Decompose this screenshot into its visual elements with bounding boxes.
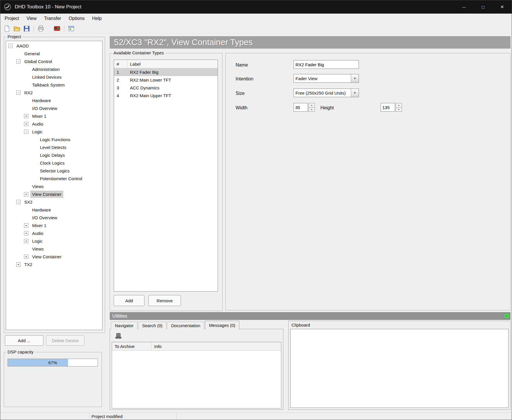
expand-icon[interactable]: +: [24, 255, 28, 259]
expand-icon[interactable]: +: [24, 192, 28, 196]
tree-item-mixer-1[interactable]: +Mixer 1: [6, 112, 102, 120]
container-types-list-header: # Label: [114, 60, 218, 68]
collapse-icon[interactable]: −: [16, 200, 21, 204]
container-type-row-rx2-main-upper-tft[interactable]: 4RX2 Main Upper TFT: [114, 92, 218, 100]
tab-documentation[interactable]: Documentation: [167, 322, 204, 329]
tree-item-administration[interactable]: Administration: [6, 65, 102, 73]
collapse-icon[interactable]: −: [24, 130, 28, 134]
tree-item-talkback-system[interactable]: Talkback System: [6, 81, 102, 89]
container-type-row-rx2-fader-big[interactable]: 1RX2 Fader Big: [114, 68, 218, 76]
expand-icon[interactable]: +: [24, 223, 28, 228]
transfer-button[interactable]: [52, 24, 62, 33]
tree-item-label: TX2: [23, 261, 34, 268]
tree-item-logic-delays[interactable]: Logic Delays: [6, 151, 102, 159]
add-container-button[interactable]: Add: [114, 295, 144, 306]
spin-down-icon[interactable]: ▼: [396, 107, 402, 112]
tree-item-label: Hardware: [31, 207, 52, 213]
container-type-row-acc-dynamics[interactable]: 3ACC Dynamics: [114, 84, 218, 92]
tree-item-clock-logics[interactable]: Clock Logics: [6, 159, 102, 167]
tree-item-hardware[interactable]: Hardware: [6, 97, 102, 104]
minimize-button[interactable]: ─: [454, 0, 474, 14]
new-document-button[interactable]: [2, 24, 12, 33]
tree-item-general[interactable]: General: [6, 50, 102, 58]
tab-search-0[interactable]: Search (0): [138, 322, 166, 329]
tree-item-view-container[interactable]: +View Container: [6, 253, 102, 261]
tree-item-i-o-overview[interactable]: I/O Overview: [6, 214, 102, 222]
chevron-down-icon[interactable]: ▼: [351, 89, 359, 97]
utilities-toggle-icon[interactable]: [504, 314, 509, 318]
name-input[interactable]: [293, 60, 359, 69]
remove-container-button[interactable]: Remove: [148, 295, 181, 306]
expand-icon[interactable]: +: [24, 239, 28, 243]
tree-item-logic-functions[interactable]: Logic Functions: [6, 136, 102, 143]
spin-down-icon[interactable]: ▼: [309, 107, 315, 112]
column-header-to-archive[interactable]: To Archive: [112, 342, 152, 350]
menu-help[interactable]: Help: [88, 14, 105, 23]
menu-view[interactable]: View: [23, 14, 40, 23]
width-input[interactable]: [293, 103, 308, 112]
print-button[interactable]: [36, 24, 46, 33]
chevron-down-icon[interactable]: ▼: [351, 74, 359, 82]
add-device-button[interactable]: Add ...: [5, 335, 43, 346]
menu-options[interactable]: Options: [65, 14, 88, 23]
tree-item-hardware[interactable]: Hardware: [6, 206, 102, 214]
tree-item-label: Level Detects: [38, 144, 68, 150]
tree-item-mixer-1[interactable]: +Mixer 1: [6, 222, 102, 229]
maximize-button[interactable]: □: [474, 0, 493, 14]
tree-item-sx2[interactable]: −SX2: [6, 198, 102, 206]
height-spin-buttons: ▲ ▼: [396, 103, 402, 112]
menu-project[interactable]: Project: [1, 14, 23, 23]
tree-item-aaod[interactable]: −AAOD: [6, 42, 102, 50]
open-project-button[interactable]: [12, 24, 22, 33]
spin-up-icon[interactable]: ▲: [396, 103, 402, 108]
collapse-icon[interactable]: −: [8, 44, 13, 48]
tree-item-level-detects[interactable]: Level Detects: [6, 143, 102, 151]
tree-item-logic[interactable]: −Logic: [6, 128, 102, 136]
tree-item-rx2[interactable]: −RX2: [6, 89, 102, 97]
expand-icon[interactable]: +: [24, 122, 28, 126]
container-type-row-rx2-main-lower-tft[interactable]: 2RX2 Main Lower TFT: [114, 76, 218, 84]
tree-item-label: Views: [31, 183, 45, 189]
close-button[interactable]: ✕: [493, 0, 512, 14]
expand-icon[interactable]: +: [16, 262, 21, 267]
tree-item-label: I/O Overview: [31, 105, 59, 111]
column-header-info[interactable]: Info: [152, 344, 281, 349]
tree-item-view-container[interactable]: +View Container: [6, 190, 102, 198]
collapse-icon[interactable]: −: [16, 91, 21, 95]
menu-transfer[interactable]: Transfer: [40, 14, 65, 23]
tree-item-audio[interactable]: +Audio: [6, 120, 102, 128]
expand-icon[interactable]: +: [24, 114, 28, 118]
tab-messages-0[interactable]: Messages (0): [205, 321, 239, 329]
tab-navigator[interactable]: Navigator: [111, 322, 137, 329]
collapse-icon[interactable]: −: [16, 59, 21, 64]
tree-item-logic[interactable]: +Logic: [6, 237, 102, 245]
archive-icon: [115, 332, 122, 340]
view-editor-button[interactable]: [66, 24, 76, 33]
tree-item-potentiometer-control[interactable]: Potentiometer Control: [6, 175, 102, 183]
tree-item-label: Mixer 1: [31, 222, 48, 229]
tree-item-tx2[interactable]: +TX2: [6, 261, 102, 268]
tree-item-selector-logics[interactable]: Selector Logics: [6, 167, 102, 175]
expand-icon[interactable]: +: [24, 231, 28, 235]
name-label: Name: [236, 62, 248, 68]
save-button[interactable]: [22, 24, 32, 33]
spin-up-icon[interactable]: ▲: [309, 103, 315, 108]
tree-item-label: AAOD: [15, 43, 30, 49]
tree-item-label: Potentiometer Control: [38, 176, 84, 182]
open-folder-icon: [13, 25, 20, 32]
column-header-number[interactable]: #: [114, 60, 127, 68]
intention-label: Intention: [236, 76, 253, 82]
tree-item-linked-devices[interactable]: Linked Devices: [6, 73, 102, 81]
tree-item-i-o-overview[interactable]: I/O Overview: [6, 104, 102, 112]
height-input[interactable]: [381, 103, 395, 112]
intention-select[interactable]: Fader View ▼: [293, 74, 359, 83]
size-select[interactable]: Free (250x250 Grid Units) ▼: [293, 89, 359, 97]
delete-device-button[interactable]: Delete Device: [46, 335, 85, 346]
tree-item-views[interactable]: Views: [6, 183, 102, 190]
messages-table-header: To Archive Info: [112, 342, 281, 351]
tree-item-views[interactable]: Views: [6, 245, 102, 253]
tree-item-audio[interactable]: +Audio: [6, 229, 102, 237]
archive-button[interactable]: [114, 331, 123, 340]
column-header-label[interactable]: Label: [127, 62, 218, 67]
tree-item-global-control[interactable]: −Global Control: [6, 58, 102, 65]
